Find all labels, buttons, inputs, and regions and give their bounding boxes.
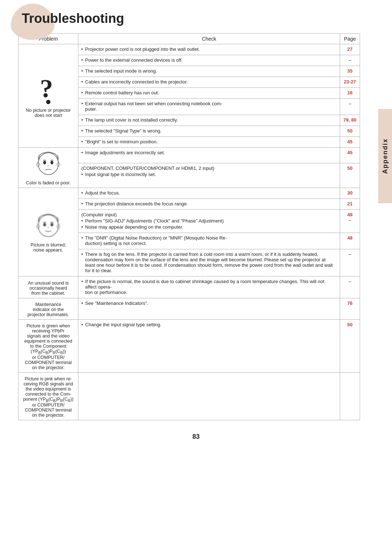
- page-ref-cell: –: [340, 55, 360, 66]
- problem-cell-color: Color is faded or poor.: [19, 148, 78, 188]
- face-illustration: [34, 150, 63, 179]
- page-ref-cell: 76: [340, 298, 360, 320]
- problem-label-nopicture: No picture or projectordoes not start: [21, 108, 75, 118]
- question-mark-illustration: ?: [34, 74, 63, 106]
- check-cell: •Change the input signal type setting.: [78, 320, 340, 373]
- problem-cell-sound: An unusual sound isoccasionally heardfro…: [19, 277, 78, 298]
- page-ref-cell: 50: [340, 320, 360, 373]
- problem-cell-blurred: Picture is blurred;noise appears.: [19, 188, 78, 277]
- problem-cell-pink: Picture is pink when re-ceiving RGB sign…: [19, 372, 78, 420]
- page-ref-cell: 79, 80: [340, 115, 360, 126]
- check-cell: •Image adjustments are incorrectly set.: [78, 148, 340, 163]
- check-cell: (COMPONENT, COMPUTER/COMPONENT or HDMI1,…: [78, 163, 340, 188]
- page-ref-cell: 49–: [340, 210, 360, 233]
- page-number: 83: [0, 428, 392, 444]
- problem-label-sound: An unusual sound isoccasionally heardfro…: [21, 281, 75, 296]
- check-cell: •The projection distance exceeds the foc…: [78, 199, 340, 210]
- appendix-tab: Appendix: [378, 109, 392, 203]
- problem-label-pink: Picture is pink when re-ceiving RGB sign…: [21, 376, 75, 418]
- page-ref-cell: 30: [340, 188, 360, 199]
- check-cell: •Remote control battery has run out.: [78, 88, 340, 99]
- svg-point-8: [43, 223, 46, 226]
- svg-text:?: ?: [40, 75, 53, 103]
- title-area: Troubleshooting: [0, 0, 392, 30]
- svg-point-4: [50, 161, 53, 164]
- check-cell: (Computer input) •Perform "SIG-ADJ" Adju…: [78, 210, 340, 233]
- problem-label-color: Color is faded or poor.: [21, 180, 75, 185]
- page-ref-cell: –: [340, 99, 360, 115]
- page-ref-cell: 45: [340, 137, 360, 148]
- problem-label-blurred: Picture is blurred;noise appears.: [21, 242, 75, 253]
- header-page: Page: [340, 34, 360, 44]
- page-ref-cell: 27: [340, 44, 360, 55]
- check-cell: •Cables are incorrectly connected to the…: [78, 77, 340, 88]
- page-ref-cell: [340, 372, 360, 420]
- check-cell: •The lamp unit cover is not installed co…: [78, 115, 340, 126]
- page-ref-cell: 50: [340, 163, 360, 188]
- problem-label-maintenance: Maintenanceindicator on theprojector ill…: [21, 302, 75, 317]
- problem-cell-maintenance: Maintenanceindicator on theprojector ill…: [19, 298, 78, 320]
- page-ref-cell: 23-27: [340, 77, 360, 88]
- page-ref-cell: 16: [340, 88, 360, 99]
- appendix-label: Appendix: [381, 138, 389, 174]
- table-row: An unusual sound isoccasionally heardfro…: [19, 277, 360, 298]
- svg-point-9: [50, 223, 53, 226]
- table-row: Maintenanceindicator on theprojector ill…: [19, 298, 360, 320]
- page-ref-cell: 50: [340, 126, 360, 137]
- check-cell: •"Bright" is set to minimum position.: [78, 137, 340, 148]
- check-cell: •The selected input mode is wrong.: [78, 66, 340, 77]
- check-cell: •See "Maintenance Indicators".: [78, 298, 340, 320]
- page-ref-cell: –: [340, 249, 360, 277]
- blurred-illustration: [34, 212, 63, 241]
- svg-point-2: [38, 153, 58, 175]
- svg-point-7: [38, 215, 58, 237]
- page-ref-cell: –: [340, 277, 360, 298]
- problem-cell-green: Picture is green whenreceiving YPbPrsign…: [19, 320, 78, 373]
- page-ref-cell: 48: [340, 233, 360, 249]
- content-area: Problem Check Page ?: [0, 30, 378, 428]
- check-cell: •The "DNR" (Digital Noise Reduction) or …: [78, 233, 340, 249]
- table-row: ? No picture or projectordoes not start …: [19, 44, 360, 55]
- header-check: Check: [78, 34, 340, 44]
- page-ref-cell: 45: [340, 148, 360, 163]
- check-cell: •External output has not been set when c…: [78, 99, 340, 115]
- table-row: Picture is blurred;noise appears. •Adjus…: [19, 188, 360, 199]
- check-cell: •The selected "Signal Type" is wrong.: [78, 126, 340, 137]
- page-title: Troubleshooting: [18, 11, 374, 26]
- page-wrapper: Appendix Troubleshooting Problem Check P…: [0, 0, 392, 556]
- table-row: Picture is pink when re-ceiving RGB sign…: [19, 372, 360, 420]
- check-cell: •Adjust the focus.: [78, 188, 340, 199]
- check-cell: •There is fog on the lens. If the projec…: [78, 249, 340, 277]
- page-ref-cell: 35: [340, 66, 360, 77]
- table-row: Color is faded or poor. •Image adjustmen…: [19, 148, 360, 163]
- check-cell: •If the picture is normal, the sound is …: [78, 277, 340, 298]
- check-cell: [78, 372, 340, 420]
- svg-point-1: [46, 100, 50, 104]
- troubleshooting-table: Problem Check Page ?: [18, 33, 360, 420]
- check-cell: •Power to the external connected devices…: [78, 55, 340, 66]
- svg-point-3: [43, 161, 46, 164]
- check-cell: •Projector power cord is not plugged int…: [78, 44, 340, 55]
- problem-label-green: Picture is green whenreceiving YPbPrsign…: [21, 323, 75, 370]
- problem-cell-nopicture: ? No picture or projectordoes not start: [19, 44, 78, 148]
- page-ref-cell: 21: [340, 199, 360, 210]
- table-row: Picture is green whenreceiving YPbPrsign…: [19, 320, 360, 373]
